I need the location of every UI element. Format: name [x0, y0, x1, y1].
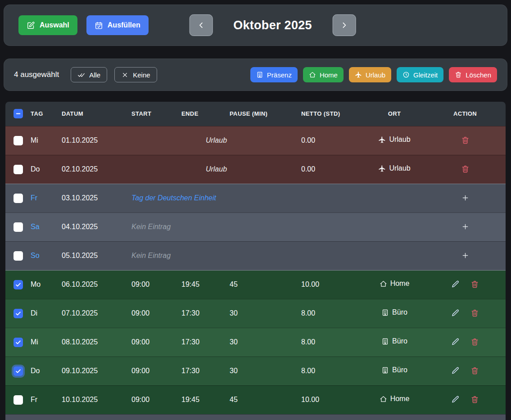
action-cell — [425, 357, 506, 385]
delete-button[interactable] — [470, 308, 480, 318]
ort-label: Büro — [392, 337, 407, 345]
ort-cell: Büro — [364, 299, 425, 328]
selection-bar: 4 ausgewählt Alle Keine Präsenz Home Url… — [4, 59, 507, 91]
delete-button[interactable] — [470, 279, 480, 289]
row-checkbox[interactable] — [14, 338, 23, 347]
next-month-button[interactable] — [333, 14, 356, 36]
row-checkbox[interactable] — [14, 280, 23, 289]
add-entry-button[interactable] — [460, 193, 470, 203]
trash-icon — [455, 71, 462, 78]
start-cell: 09:00 — [131, 385, 181, 414]
row-checkbox[interactable] — [14, 366, 23, 376]
gleitzeit-button[interactable]: Gleitzeit — [397, 67, 443, 82]
note-cell: Urlaub — [131, 126, 301, 155]
action-cell — [425, 126, 506, 155]
pause-cell: 45 — [230, 270, 301, 299]
select-all-button[interactable]: Alle — [71, 67, 107, 82]
col-header-netto: NETTO (STD) — [301, 102, 364, 126]
building-icon — [256, 71, 263, 78]
ort-cell: Urlaub — [364, 126, 425, 155]
add-entry-button[interactable] — [460, 221, 470, 232]
auswahl-label: Auswahl — [40, 21, 69, 29]
delete-button[interactable] — [470, 337, 480, 347]
ort-cell — [364, 184, 425, 212]
table-row: Mi01.10.2025Urlaub0.00Urlaub — [5, 126, 506, 155]
check-all-icon — [77, 71, 85, 79]
date-cell: 10.10.2025 — [62, 385, 131, 414]
edit-button[interactable] — [450, 308, 461, 318]
ende-cell: 17:30 — [181, 328, 230, 357]
netto-cell: 0.00 — [301, 126, 364, 155]
praesenz-button[interactable]: Präsenz — [250, 67, 298, 82]
edit-button[interactable] — [450, 279, 461, 289]
delete-button[interactable] — [460, 135, 470, 145]
table-row: Mo06.10.202509:0019:454510.00Home — [5, 270, 506, 299]
day-cell: Di — [31, 299, 62, 328]
row-checkbox[interactable] — [14, 309, 23, 318]
start-cell: 09:00 — [131, 328, 181, 357]
trash-icon — [470, 309, 479, 317]
check-icon — [15, 310, 22, 317]
select-none-button[interactable]: Keine — [114, 67, 157, 82]
col-header-action: ACTION — [425, 102, 506, 126]
note-cell: Kein Eintrag — [131, 241, 301, 270]
day-cell: Mo — [31, 270, 62, 299]
ende-cell: 17:30 — [181, 357, 230, 385]
check-icon — [15, 281, 22, 288]
edit-button[interactable] — [450, 366, 461, 376]
clock-icon — [402, 71, 410, 78]
trash-icon — [461, 136, 470, 145]
home-icon — [380, 280, 387, 288]
row-checkbox[interactable] — [14, 194, 23, 203]
airplane-icon — [355, 71, 362, 78]
home-icon — [380, 395, 387, 403]
building-icon — [381, 338, 389, 345]
trash-icon — [470, 338, 479, 346]
date-cell: 04.10.2025 — [62, 212, 131, 241]
table-row: Mi08.10.202509:0017:30308.00Büro — [5, 328, 506, 357]
pause-cell: 45 — [230, 385, 301, 414]
home-button[interactable]: Home — [303, 67, 344, 82]
calendar-check-icon — [95, 21, 103, 30]
trash-icon — [470, 395, 479, 404]
select-all-label: Alle — [89, 71, 100, 79]
row-checkbox[interactable] — [14, 136, 23, 145]
select-all-checkbox[interactable] — [14, 109, 23, 118]
row-checkbox[interactable] — [14, 251, 23, 261]
table-body: Mi01.10.2025Urlaub0.00UrlaubDo02.10.2025… — [5, 126, 506, 420]
add-entry-button[interactable] — [460, 250, 470, 261]
note-cell: Urlaub — [131, 155, 301, 184]
check-all-icon — [77, 71, 85, 79]
date-cell: 06.10.2025 — [62, 270, 131, 299]
edit-button[interactable] — [450, 394, 461, 405]
ort-label: Büro — [392, 366, 407, 374]
loeschen-button[interactable]: Löschen — [449, 67, 497, 82]
auswahl-button[interactable]: Auswahl — [18, 15, 77, 35]
delete-button[interactable] — [470, 394, 480, 405]
table-row: So05.10.2025Kein Eintrag — [5, 241, 506, 270]
plus-icon — [461, 251, 470, 260]
action-cell — [425, 328, 506, 357]
table-header-row: TAG DATUM START ENDE PAUSE (MIN) NETTO (… — [5, 102, 506, 126]
col-header-datum: DATUM — [62, 102, 131, 126]
airplane-icon — [378, 165, 386, 172]
prev-month-button[interactable] — [189, 14, 213, 36]
delete-button[interactable] — [460, 164, 470, 174]
chevron-right-icon — [339, 20, 349, 30]
row-checkbox[interactable] — [14, 395, 23, 405]
row-checkbox[interactable] — [14, 165, 23, 174]
ort-cell: Urlaub — [364, 155, 425, 184]
ausfuellen-button[interactable]: Ausfüllen — [86, 15, 149, 35]
trash-icon — [461, 165, 470, 173]
netto-cell: 10.00 — [301, 385, 364, 414]
day-cell: So — [31, 241, 62, 270]
action-cell — [425, 385, 506, 414]
chevron-left-icon — [196, 20, 206, 30]
edit-button[interactable] — [450, 337, 461, 347]
delete-button[interactable] — [470, 366, 480, 376]
action-cell — [425, 212, 506, 241]
loeschen-label: Löschen — [466, 71, 491, 79]
urlaub-button[interactable]: Urlaub — [349, 67, 391, 82]
row-checkbox[interactable] — [14, 222, 23, 232]
netto-cell — [301, 184, 364, 212]
